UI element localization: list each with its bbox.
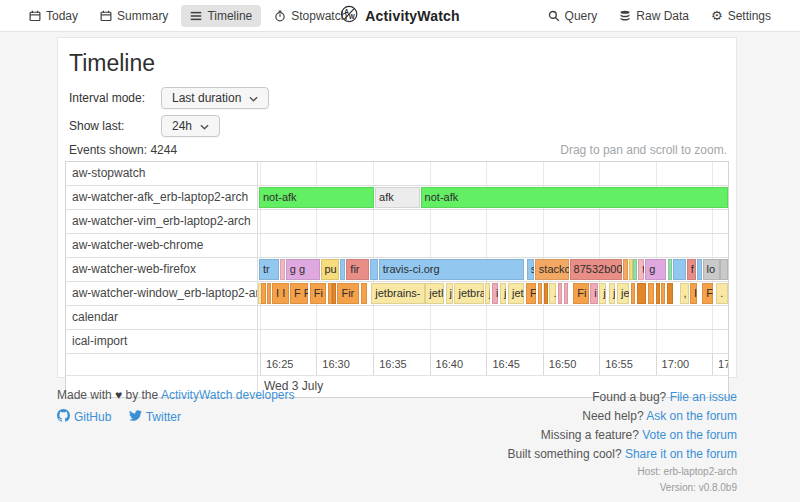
timeline-event-block[interactable] xyxy=(538,283,542,304)
timeline-event-block[interactable]: tr xyxy=(259,259,279,280)
gridline xyxy=(712,210,713,233)
timeline-axis-track: 16:2516:3016:3516:4016:4516:5016:5517:00… xyxy=(258,354,728,375)
timeline-event-block[interactable]: I xyxy=(690,283,697,304)
timeline-event-block[interactable]: j xyxy=(485,283,490,304)
heart-icon: ♥ xyxy=(115,388,122,402)
timeline-event-block[interactable]: afk xyxy=(375,187,420,208)
timeline-event-block[interactable] xyxy=(361,283,367,304)
timeline-event-block[interactable]: F xyxy=(702,283,713,304)
timeline-event-block[interactable]: jet xyxy=(508,283,524,304)
gridline xyxy=(316,330,317,353)
timeline-event-block[interactable] xyxy=(564,283,568,304)
timeline-event-block[interactable]: F F xyxy=(290,283,308,304)
timeline-row-label: aw-watcher-vim_erb-laptop2-arch xyxy=(66,210,258,233)
timeline-event-block[interactable] xyxy=(631,283,636,304)
timeline-event-block[interactable] xyxy=(623,259,628,280)
gridline xyxy=(543,234,544,257)
timeline-event-block[interactable] xyxy=(558,283,562,304)
timeline-event-block[interactable]: jetbrains- xyxy=(371,283,425,304)
timeline-event-block[interactable]: jetl xyxy=(425,283,444,304)
timeline-event-block[interactable]: g g xyxy=(286,259,320,280)
timeline-event-block[interactable]: jetbra xyxy=(454,283,484,304)
timeline-event-block[interactable]: j xyxy=(599,283,606,304)
axis-tick: 16:25 xyxy=(260,354,294,375)
timeline-event-block[interactable]: , xyxy=(680,283,689,304)
timeline-event-block[interactable] xyxy=(697,259,702,280)
gridline xyxy=(373,210,374,233)
show-last-select[interactable]: 24h xyxy=(161,115,220,137)
timeline-event-block[interactable]: not-afk xyxy=(259,187,374,208)
timeline-event-block[interactable] xyxy=(668,259,672,280)
brand[interactable]: AW ActivityWatch xyxy=(340,5,460,26)
timeline-event-block[interactable] xyxy=(720,259,728,280)
timeline-event-block[interactable] xyxy=(370,259,378,280)
timeline-event-block[interactable] xyxy=(661,283,666,304)
nav-item-raw-data[interactable]: Raw Data xyxy=(610,5,698,27)
interval-mode-select[interactable]: Last duration xyxy=(161,87,269,109)
axis-tick: 17:00 xyxy=(656,354,690,375)
timeline-row: aw-stopwatch xyxy=(66,162,728,186)
timeline-event-block[interactable] xyxy=(280,259,285,280)
timeline-event-block[interactable]: Fir xyxy=(337,283,359,304)
timeline-event-block[interactable] xyxy=(328,283,332,304)
timeline-event-block[interactable]: s xyxy=(527,259,534,280)
timeline-event-block[interactable]: travis-ci.org xyxy=(379,259,524,280)
timeline-event-block[interactable] xyxy=(633,259,637,280)
share-forum-link[interactable]: Share it on the forum xyxy=(625,447,737,461)
calendar-icon xyxy=(100,10,112,22)
timeline-event-block[interactable]: j xyxy=(609,283,615,304)
timeline-event-block[interactable]: j xyxy=(446,283,453,304)
timeline-event-block[interactable]: I I xyxy=(272,283,289,304)
gear-icon: ⚙ xyxy=(711,9,723,22)
timeline-event-block[interactable]: 87532b00 xyxy=(570,259,623,280)
gridline xyxy=(486,330,487,353)
timeline-event-block[interactable]: t xyxy=(638,259,644,280)
timeline-event-block[interactable]: f xyxy=(687,259,696,280)
timeline-event-block[interactable]: g xyxy=(645,259,666,280)
nav-item-timeline[interactable]: Timeline xyxy=(181,5,261,27)
timeline-event-block[interactable]: i xyxy=(492,283,498,304)
github-link[interactable]: GitHub xyxy=(57,409,111,425)
file-issue-link[interactable]: File an issue xyxy=(670,390,737,404)
timeline-event-block[interactable]: . xyxy=(549,283,556,304)
timeline-event-block[interactable] xyxy=(637,283,646,304)
timeline-event-block[interactable]: . xyxy=(716,283,728,304)
timeline-card: Timeline Interval mode: Last duration Sh… xyxy=(57,37,737,378)
twitter-link[interactable]: Twitter xyxy=(129,409,181,425)
timeline-event-block[interactable]: Fi xyxy=(573,283,589,304)
nav-item-settings[interactable]: ⚙ Settings xyxy=(702,5,780,27)
timeline-event-block[interactable]: F xyxy=(526,283,536,304)
timeline-event-block[interactable]: Fi xyxy=(310,283,326,304)
nav-item-today[interactable]: Today xyxy=(20,5,87,27)
timeline-event-block[interactable]: fir xyxy=(346,259,369,280)
timeline-event-block[interactable]: not-afk xyxy=(421,187,728,208)
help-line: Need help? Ask on the forum xyxy=(508,407,737,426)
timeline-chart[interactable]: aw-stopwatchaw-watcher-afk_erb-laptop2-a… xyxy=(65,161,729,398)
timeline-event-block[interactable]: i xyxy=(590,283,598,304)
developers-link[interactable]: ActivityWatch developers xyxy=(161,388,295,402)
ask-forum-link[interactable]: Ask on the forum xyxy=(646,409,737,423)
timeline-event-block[interactable] xyxy=(261,283,265,304)
timeline-event-block[interactable] xyxy=(340,259,345,280)
timeline-event-block[interactable] xyxy=(332,283,336,304)
timeline-event-block[interactable] xyxy=(673,259,686,280)
timeline-event-block[interactable] xyxy=(544,283,548,304)
timeline-event-block[interactable] xyxy=(267,283,271,304)
timeline-event-block[interactable]: pu xyxy=(321,259,340,280)
vote-forum-link[interactable]: Vote on the forum xyxy=(642,428,737,442)
timeline-event-block[interactable]: lo xyxy=(703,259,720,280)
timeline-event-block[interactable] xyxy=(667,283,673,304)
timeline-event-block[interactable] xyxy=(656,283,660,304)
timeline-event-block[interactable]: j xyxy=(500,283,506,304)
nav-item-query[interactable]: Query xyxy=(539,5,607,27)
gridline xyxy=(656,162,657,185)
search-icon xyxy=(548,10,560,22)
timeline-row: aw-watcher-afk_erb-laptop2-archnot-afkaf… xyxy=(66,186,728,210)
bug-question: Found a bug? xyxy=(592,390,666,404)
timeline-event-block[interactable] xyxy=(648,283,654,304)
timeline-event-block[interactable]: je xyxy=(617,283,629,304)
timeline-event-block[interactable]: stacko xyxy=(535,259,569,280)
nav-item-summary[interactable]: Summary xyxy=(91,5,177,27)
axis-tick: 16:40 xyxy=(430,354,464,375)
timeline-rows: aw-stopwatchaw-watcher-afk_erb-laptop2-a… xyxy=(66,162,728,354)
